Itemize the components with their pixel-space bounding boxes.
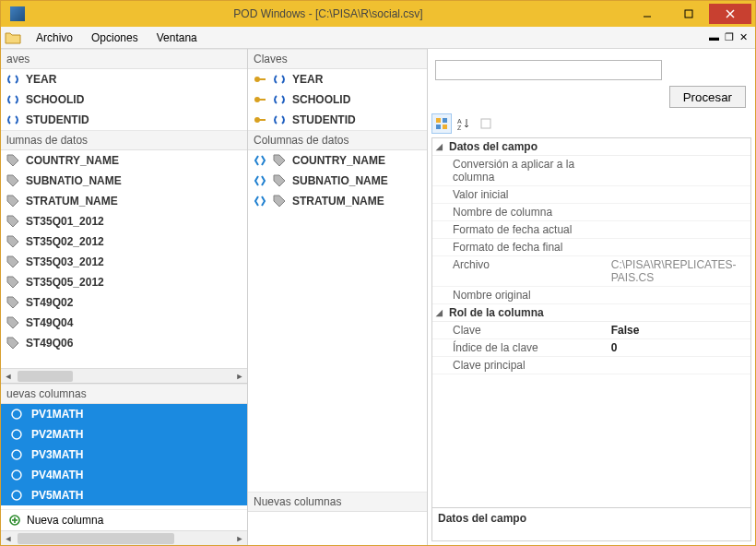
collapse-icon[interactable]: ◢: [436, 308, 445, 317]
svg-rect-20: [443, 118, 447, 123]
keys-list-mid[interactable]: YEAR SCHOOLID STUDENTID: [248, 69, 427, 130]
window-titlebar: POD Windows - [C:\PISA\R\social.csv]: [1, 1, 755, 27]
key-row: SCHOOLID: [1, 89, 247, 110]
horseshoe-icon: [6, 113, 19, 126]
new-column-row: PV5MATH: [1, 485, 247, 505]
property-toolbar: AZ: [431, 112, 751, 137]
property-description: Datos del campo: [431, 508, 751, 541]
app-icon: [10, 6, 25, 21]
horseshoe-icon: [6, 93, 19, 106]
key-icon: [254, 93, 266, 106]
new-column-row: PV2MATH: [1, 424, 247, 445]
procesar-button[interactable]: Procesar: [669, 86, 746, 108]
columns-list-mid[interactable]: COUNTRY_NAME SUBNATIO_NAME STRATUM_NAME: [248, 150, 427, 492]
tag-icon: [6, 296, 19, 309]
prop-row: Conversión a aplicar a la columna: [432, 156, 750, 186]
window-title: POD Windows - [C:\PISA\R\social.csv]: [30, 7, 626, 20]
key-row: YEAR: [248, 69, 427, 89]
circle-icon: [10, 408, 23, 421]
menubar: Archivo Opciones Ventana ▬ ❐ ✕: [1, 27, 755, 49]
column-row: STRATUM_NAME: [1, 191, 247, 211]
maximize-button[interactable]: [667, 4, 709, 24]
new-column-row: PV3MATH: [1, 445, 247, 465]
folder-icon[interactable]: [5, 30, 21, 45]
new-columns-list[interactable]: PV1MATH PV2MATH PV3MATH PV4MATH PV5MATH: [1, 404, 247, 509]
new-column-footer[interactable]: Nueva columna: [1, 509, 247, 530]
column-row: SUBNATIO_NAME: [1, 171, 247, 191]
key-row: STUDENTID: [1, 110, 247, 130]
mid-panel: Claves YEAR SCHOOLID STUDENTID Columnas …: [248, 49, 428, 545]
prop-row: Nombre de columna: [432, 204, 750, 221]
mdi-close-icon[interactable]: ✕: [739, 31, 748, 43]
brackets-icon: [254, 154, 266, 167]
horseshoe-icon: [273, 73, 286, 86]
column-row: STRATUM_NAME: [248, 191, 427, 211]
header-nuevas-mid: Nuevas columnas: [248, 492, 427, 512]
alphabetical-view-button[interactable]: AZ: [454, 113, 474, 134]
prop-row: Nombre original: [432, 287, 750, 304]
header-columnas-mid: Columnas de datos: [248, 130, 427, 150]
property-grid[interactable]: ◢Datos del campo Conversión a aplicar a …: [431, 137, 751, 508]
svg-text:A: A: [457, 118, 462, 125]
svg-rect-21: [443, 125, 447, 129]
prop-row: Clave principal: [432, 357, 750, 374]
column-row: ST49Q04: [1, 313, 247, 333]
svg-rect-1: [685, 10, 692, 18]
menu-opciones[interactable]: Opciones: [84, 30, 146, 46]
key-icon: [254, 113, 266, 126]
tag-icon: [6, 337, 19, 350]
brackets-icon: [254, 195, 266, 208]
h-scrollbar-bottom[interactable]: ◄►: [1, 530, 247, 545]
tag-icon: [6, 276, 19, 289]
tag-icon: [6, 174, 19, 187]
header-columnas-left: lumnas de datos: [1, 130, 247, 150]
column-row: ST35Q03_2012: [1, 252, 247, 272]
key-row: YEAR: [1, 69, 247, 89]
keys-list-left[interactable]: YEAR SCHOOLID STUDENTID: [1, 69, 247, 130]
svg-point-5: [12, 430, 21, 439]
add-icon: [8, 514, 21, 527]
menu-archivo[interactable]: Archivo: [29, 30, 80, 46]
tag-icon: [273, 154, 286, 167]
svg-point-4: [12, 410, 21, 419]
column-row: ST49Q02: [1, 292, 247, 313]
tag-icon: [6, 215, 19, 228]
close-button[interactable]: [709, 4, 751, 24]
prop-row: ClaveFalse: [432, 322, 750, 339]
prop-category: ◢Rol de la columna: [432, 304, 750, 322]
svg-rect-19: [436, 125, 441, 129]
prop-row: ArchivoC:\PISA\R\REPLICATES-PAIS.CS: [432, 256, 750, 287]
h-scrollbar-left[interactable]: ◄►: [1, 368, 247, 383]
horseshoe-icon: [6, 73, 19, 86]
column-row: ST35Q01_2012: [1, 211, 247, 231]
key-row: STUDENTID: [248, 110, 427, 130]
search-input[interactable]: [435, 60, 662, 80]
circle-icon: [10, 489, 23, 502]
menu-ventana[interactable]: Ventana: [149, 30, 205, 46]
circle-icon: [10, 428, 23, 441]
left-panel: aves YEAR SCHOOLID STUDENTID lumnas de d…: [1, 49, 248, 545]
svg-rect-24: [481, 119, 490, 128]
new-column-row: PV4MATH: [1, 465, 247, 485]
column-row: SUBNATIO_NAME: [248, 171, 427, 191]
column-row: COUNTRY_NAME: [1, 150, 247, 171]
key-row: SCHOOLID: [248, 89, 427, 110]
svg-point-6: [12, 450, 21, 459]
mdi-minimize-icon[interactable]: ▬: [709, 31, 719, 43]
column-row: ST35Q05_2012: [1, 272, 247, 292]
columns-list-left[interactable]: COUNTRY_NAME SUBNATIO_NAME STRATUM_NAME …: [1, 150, 247, 368]
svg-point-8: [12, 491, 21, 500]
column-row: COUNTRY_NAME: [248, 150, 427, 171]
tag-icon: [6, 235, 19, 248]
brackets-icon: [254, 174, 266, 187]
categorized-view-button[interactable]: [431, 113, 452, 134]
property-pages-button[interactable]: [476, 113, 496, 134]
new-column-label: Nueva columna: [27, 514, 103, 527]
minimize-button[interactable]: [626, 4, 667, 24]
collapse-icon[interactable]: ◢: [436, 142, 445, 151]
new-column-row: PV1MATH: [1, 404, 247, 424]
key-icon: [254, 73, 266, 86]
column-row: ST35Q02_2012: [1, 231, 247, 252]
prop-category: ◢Datos del campo: [432, 138, 750, 156]
mdi-restore-icon[interactable]: ❐: [725, 31, 734, 43]
